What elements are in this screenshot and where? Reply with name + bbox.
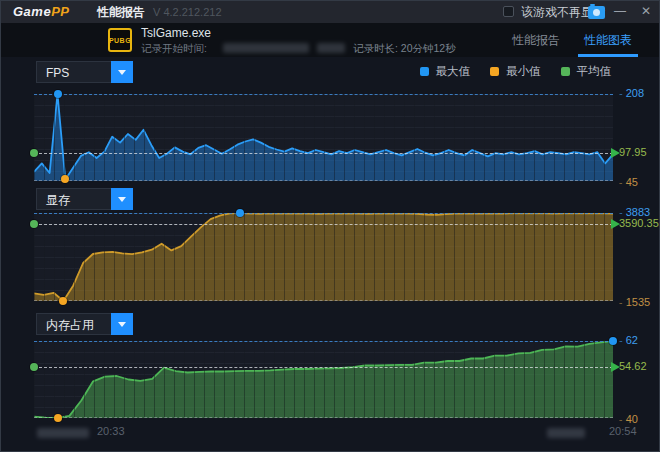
avg-value-label: 54.62: [619, 360, 647, 372]
version-label: V 4.2.212.212: [153, 1, 222, 23]
tab-performance-report[interactable]: 性能报告: [506, 23, 566, 57]
redacted-date-left: [37, 428, 89, 438]
memory-plot[interactable]: 62 54.62 40: [34, 341, 613, 418]
chevron-down-icon[interactable]: [111, 313, 133, 335]
logo-text-pp: PP: [51, 4, 69, 19]
infobar: PUBG TslGame.exe 记录开始时间: 记录时长: 20分钟12秒 性…: [1, 23, 659, 57]
chart-area: FPS 最大值 最小值 平均值: [1, 57, 659, 451]
legend-item-min[interactable]: 最小值: [490, 64, 541, 79]
vram-chart-block: 显存 3883 3590.35 1535: [1, 188, 659, 312]
x-axis-start-time: 20:33: [97, 425, 125, 437]
legend-item-avg[interactable]: 平均值: [561, 64, 612, 79]
redacted-start-time: [223, 43, 309, 53]
x-axis: 20:33 20:54: [1, 425, 659, 441]
metric-dropdown-vram[interactable]: 显存: [36, 188, 133, 210]
y-axis-labels: 62 54.62 40: [613, 341, 660, 418]
min-dashed-line: [34, 300, 613, 301]
min-value-label: 1535: [619, 296, 650, 308]
max-dashed-line: [34, 94, 613, 95]
x-axis-end-time: 20:54: [609, 425, 637, 437]
minimize-button[interactable]: —: [611, 1, 629, 23]
avg-left-marker: [30, 363, 38, 371]
legend-item-max[interactable]: 最大值: [420, 64, 471, 79]
max-dashed-line: [34, 213, 613, 214]
caret-icon: [118, 322, 126, 327]
redacted-id-text: [317, 43, 345, 53]
tab-performance-chart[interactable]: 性能图表: [575, 23, 641, 57]
record-duration-label: 记录时长: 20分钟12秒: [353, 42, 456, 56]
metric-dropdown-memory[interactable]: 内存占用: [36, 313, 133, 335]
max-value-label: 62: [619, 334, 638, 346]
avg-dashed-line: [34, 367, 613, 368]
metric-dropdown-fps[interactable]: FPS: [36, 61, 133, 83]
max-value-label: 208: [619, 87, 644, 99]
avg-left-marker: [30, 149, 38, 157]
screenshot-camera-icon[interactable]: [588, 6, 605, 19]
y-axis-labels: 208 97.95 45: [613, 94, 660, 181]
min-dashed-line: [34, 180, 613, 181]
max-swatch-icon: [420, 67, 429, 76]
avg-value-label: 97.95: [619, 146, 647, 158]
min-dashed-line: [34, 417, 613, 418]
min-swatch-icon: [490, 67, 499, 76]
gamepp-logo: GamePP: [13, 1, 69, 23]
pubg-game-icon: PUBG: [108, 28, 132, 52]
avg-dashed-line: [34, 153, 613, 154]
min-point-marker: [59, 297, 67, 305]
legend-max-label: 最大值: [436, 64, 471, 79]
titlebar: GamePP 性能报告 V 4.2.212.212 该游戏不再显示 — ✕: [1, 1, 659, 23]
legend: 最大值 最小值 平均值: [420, 64, 612, 79]
gamepp-performance-window: GamePP 性能报告 V 4.2.212.212 该游戏不再显示 — ✕ PU…: [0, 0, 660, 452]
dont-show-checkbox[interactable]: [503, 6, 514, 17]
process-name: TslGame.exe: [141, 26, 211, 40]
y-axis-labels: 3883 3590.35 1535: [613, 213, 660, 301]
caret-icon: [118, 197, 126, 202]
metric-dropdown-memory-label: 内存占用: [36, 313, 111, 335]
fps-plot[interactable]: 208 97.95 45: [34, 94, 613, 181]
fps-chart-block: FPS 最大值 最小值 平均值: [1, 61, 659, 187]
close-button[interactable]: ✕: [637, 1, 655, 23]
logo-text-game: Game: [13, 4, 51, 19]
chevron-down-icon[interactable]: [111, 61, 133, 83]
redacted-date-right: [547, 428, 585, 438]
min-point-marker: [54, 414, 62, 422]
min-point-marker: [61, 175, 69, 183]
avg-swatch-icon: [561, 67, 570, 76]
window-title: 性能报告: [97, 1, 145, 23]
memory-chart-block: 内存占用 62 54.62 40: [1, 313, 659, 425]
avg-left-marker: [30, 220, 38, 228]
legend-avg-label: 平均值: [577, 64, 612, 79]
metric-dropdown-fps-label: FPS: [36, 61, 111, 83]
min-value-label: 45: [619, 176, 638, 188]
min-value-label: 40: [619, 413, 638, 425]
metric-dropdown-vram-label: 显存: [36, 188, 111, 210]
caret-icon: [118, 70, 126, 75]
max-dashed-line: [34, 341, 613, 342]
vram-plot[interactable]: 3883 3590.35 1535: [34, 213, 613, 301]
avg-dashed-line: [34, 224, 613, 225]
legend-min-label: 最小值: [506, 64, 541, 79]
chevron-down-icon[interactable]: [111, 188, 133, 210]
avg-value-label: 3590.35: [619, 217, 659, 229]
record-start-label: 记录开始时间:: [141, 42, 207, 56]
max-point-marker: [54, 90, 62, 98]
